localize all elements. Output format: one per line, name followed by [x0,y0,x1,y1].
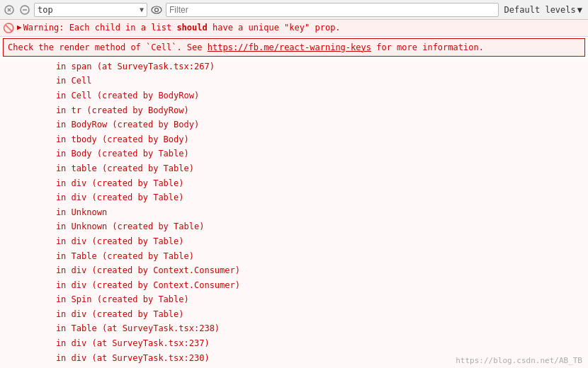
stack-line-1: in span (at SurveyTask.tsx:267) [0,59,588,74]
stack-line-13: in div (created by Table) [0,234,588,249]
watermark: https://blog.csdn.net/AB_TB [456,356,582,365]
stack-line-19: in Table (at SurveyTask.tsx:238) [0,321,588,336]
levels-selector[interactable]: Default levels ▼ [502,4,585,16]
stack-line-22: in SurveyTask (created by Context.Consum… [0,365,588,368]
svg-point-5 [152,6,162,13]
levels-label: Default levels [504,5,576,15]
stack-line-14: in Table (created by Table) [0,249,588,264]
stack-line-2: in Cell [0,74,588,88]
stack-line-16: in div (created by Context.Consumer) [0,278,588,293]
stack-line-3: in Cell (created by BodyRow) [0,88,588,103]
content-wrapper: 🚫 ▶ Warning: Each child in a list should… [0,20,588,368]
stack-line-9: in div (created by Table) [0,176,588,191]
warning-message: Warning: Each child in a list should hav… [23,22,341,34]
levels-arrow: ▼ [577,5,582,15]
stack-line-5: in BodyRow (created by Body) [0,117,588,132]
error-check-box: Check the render method of `Cell`. See h… [3,38,585,57]
stack-trace: in span (at SurveyTask.tsx:267) in Cell … [0,58,588,368]
stack-line-6: in tbody (created by Body) [0,132,588,147]
filter-input-wrapper[interactable] [166,3,499,17]
stack-line-10: in div (created by Table) [0,190,588,205]
warning-row: 🚫 ▶ Warning: Each child in a list should… [0,20,588,37]
svg-point-6 [155,8,159,11]
toolbar: top ▼ Default levels ▼ [0,0,588,20]
expand-triangle[interactable]: ▶ [17,23,22,32]
stack-line-15: in div (created by Context.Consumer) [0,263,588,278]
stack-line-11: in Unknown [0,205,588,220]
error-check-link[interactable]: https://fb.me/react-warning-keys [208,42,371,52]
context-dropdown-arrow: ▼ [140,6,144,13]
back-button[interactable] [3,4,16,16]
context-selector[interactable]: top ▼ [34,3,147,17]
stack-line-7: in Body (created by Table) [0,146,588,161]
stack-line-20: in div (at SurveyTask.tsx:237) [0,336,588,351]
error-check-suffix: for more information. [371,42,484,52]
stack-line-4: in tr (created by BodyRow) [0,103,588,118]
context-label: top [38,5,138,15]
stack-line-12: in Unknown (created by Table) [0,219,588,234]
error-icon: 🚫 [3,23,14,33]
error-check-prefix: Check the render method of `Cell`. See [8,42,208,52]
stack-line-8: in table (created by Table) [0,161,588,176]
eye-button[interactable] [150,4,163,16]
stack-line-18: in div (created by Table) [0,307,588,322]
console-area[interactable]: 🚫 ▶ Warning: Each child in a list should… [0,20,588,368]
stop-icon[interactable] [18,4,31,16]
stack-line-17: in Spin (created by Table) [0,292,588,307]
filter-input[interactable] [169,5,495,15]
